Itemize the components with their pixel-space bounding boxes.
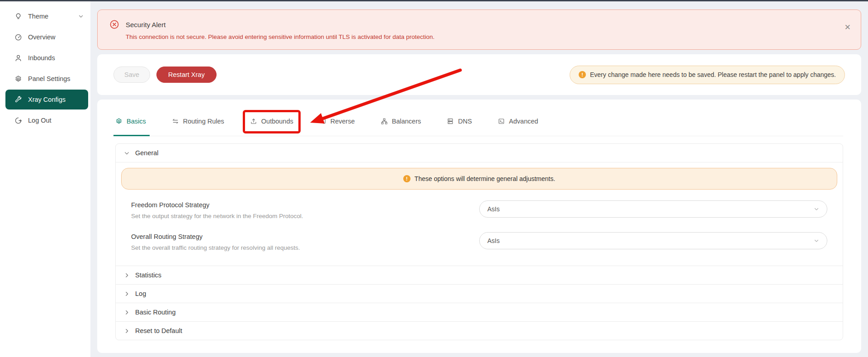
- section-title: General: [135, 149, 159, 157]
- chevron-down-icon: [124, 150, 130, 156]
- lightbulb-icon: [14, 13, 22, 20]
- alert-message: This connection is not secure. Please av…: [126, 33, 849, 40]
- chevron-right-icon: [124, 309, 130, 315]
- section-header-basic-routing[interactable]: Basic Routing: [116, 303, 843, 321]
- sidebar-item-panel-settings[interactable]: Panel Settings: [5, 69, 88, 89]
- section-title: Reset to Default: [135, 327, 182, 334]
- config-tabs: Basics Routing Rules Outbounds: [115, 116, 843, 136]
- chevron-down-icon: [814, 206, 819, 212]
- sidebar-item-label: Inbounds: [28, 54, 55, 62]
- sidebar-item-label: Xray Configs: [28, 96, 66, 103]
- tab-label: Balancers: [392, 118, 421, 125]
- field-description: Set the output strategy for the network …: [131, 213, 479, 219]
- server-icon: [447, 118, 454, 125]
- section-title: Basic Routing: [135, 309, 175, 316]
- terminal-icon: [498, 118, 505, 125]
- sidebar-item-label: Theme: [28, 13, 48, 20]
- tab-dns[interactable]: DNS: [447, 116, 472, 127]
- tab-basics[interactable]: Basics: [115, 116, 146, 127]
- section-title: Log: [135, 290, 146, 297]
- error-circle-icon: [109, 19, 119, 29]
- sidebar-item-label: Panel Settings: [28, 75, 71, 82]
- chevron-right-icon: [124, 291, 130, 297]
- user-icon: [14, 54, 22, 62]
- chevron-right-icon: [124, 272, 130, 278]
- wrench-icon: [14, 96, 22, 104]
- routing-strategy-select[interactable]: AsIs: [479, 232, 827, 249]
- sidebar-item-theme[interactable]: Theme: [5, 6, 88, 26]
- save-notice-chip: ! Every change made here needs to be sav…: [570, 66, 845, 84]
- gauge-icon: [14, 33, 22, 41]
- field-label: Overall Routing Strategy: [131, 233, 479, 240]
- tab-label: Outbounds: [261, 118, 293, 125]
- logout-icon: [14, 117, 22, 124]
- select-value: AsIs: [487, 237, 500, 244]
- sidebar-item-xray-configs[interactable]: Xray Configs: [5, 90, 88, 109]
- section-header-reset-to-default[interactable]: Reset to Default: [116, 321, 843, 340]
- select-value: AsIs: [487, 205, 500, 213]
- section-header-statistics[interactable]: Statistics: [116, 266, 843, 284]
- close-icon[interactable]: ✕: [844, 24, 851, 31]
- chevron-down-icon: [814, 238, 819, 243]
- cluster-icon: [381, 118, 388, 125]
- tab-label: DNS: [458, 118, 472, 125]
- import-left-icon: [319, 118, 326, 125]
- general-panel-body: ! These options will determine general a…: [116, 162, 843, 266]
- sidebar-item-inbounds[interactable]: Inbounds: [5, 48, 88, 68]
- form-row-routing-strategy: Overall Routing Strategy Set the overall…: [131, 232, 827, 251]
- tab-label: Routing Rules: [183, 118, 224, 125]
- tab-outbounds[interactable]: Outbounds: [250, 116, 293, 127]
- xray-panel-app: Theme Overview Inbounds Panel Settings: [0, 0, 868, 357]
- upload-icon: [250, 118, 257, 125]
- sidebar-item-log-out[interactable]: Log Out: [5, 110, 88, 130]
- sidebar: Theme Overview Inbounds Panel Settings: [0, 1, 90, 357]
- toolbar-card: Save Restart Xray ! Every change made he…: [97, 54, 861, 95]
- chevron-down-icon: [78, 14, 84, 19]
- tab-label: Basics: [127, 118, 146, 125]
- freedom-strategy-select[interactable]: AsIs: [479, 200, 827, 218]
- tab-advanced[interactable]: Advanced: [498, 116, 538, 127]
- tab-label: Advanced: [509, 118, 538, 125]
- gear-icon: [115, 118, 123, 125]
- sidebar-item-overview[interactable]: Overview: [5, 27, 88, 47]
- sidebar-item-label: Overview: [28, 33, 55, 41]
- save-button[interactable]: Save: [113, 67, 150, 83]
- sidebar-item-label: Log Out: [28, 117, 52, 124]
- gear-icon: [14, 75, 22, 83]
- restart-xray-button[interactable]: Restart Xray: [156, 67, 217, 83]
- tab-routing-rules[interactable]: Routing Rules: [172, 116, 224, 127]
- tab-reverse[interactable]: Reverse: [319, 116, 355, 127]
- settings-collapse-group: General ! These options will determine g…: [115, 143, 843, 340]
- xray-config-card: Basics Routing Rules Outbounds: [97, 100, 861, 353]
- main-content: Security Alert This connection is not se…: [90, 1, 868, 357]
- general-notice-text: These options will determine general adj…: [415, 175, 555, 182]
- alert-title: Security Alert: [126, 21, 165, 29]
- warning-circle-icon: !: [403, 175, 410, 182]
- tab-balancers[interactable]: Balancers: [381, 116, 421, 127]
- swap-arrows-icon: [172, 118, 179, 125]
- general-notice-banner: ! These options will determine general a…: [121, 168, 837, 190]
- save-notice-text: Every change made here needs to be saved…: [590, 71, 836, 78]
- field-description: Set the overall traffic routing strategy…: [131, 244, 479, 251]
- tab-label: Reverse: [330, 118, 355, 125]
- chevron-right-icon: [124, 328, 130, 334]
- section-title: Statistics: [135, 271, 161, 279]
- section-header-log[interactable]: Log: [116, 284, 843, 303]
- section-header-general[interactable]: General: [116, 144, 843, 162]
- warning-circle-icon: !: [579, 71, 586, 78]
- security-alert-banner: Security Alert This connection is not se…: [97, 10, 861, 50]
- form-row-freedom-strategy: Freedom Protocol Strategy Set the output…: [131, 200, 827, 219]
- field-label: Freedom Protocol Strategy: [131, 201, 479, 209]
